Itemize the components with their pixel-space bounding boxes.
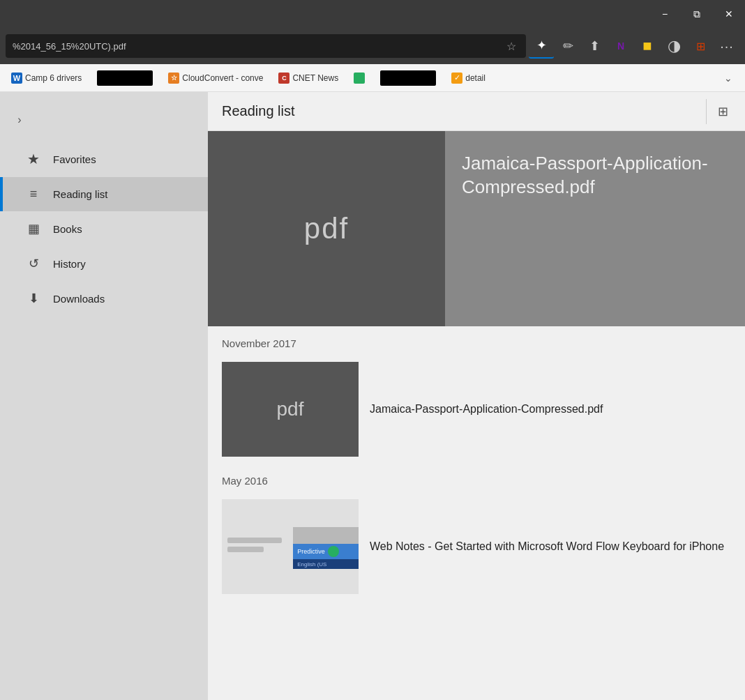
hero-reading-item[interactable]: pdf Jamaica-Passport-Application-Compres… bbox=[208, 131, 745, 326]
onenote-toolbar-icon[interactable]: N bbox=[608, 33, 633, 59]
sidebar-item-books-label: Books bbox=[53, 223, 82, 235]
bookmark-detail-label: detail bbox=[465, 73, 486, 83]
english-label: English (US bbox=[297, 561, 326, 568]
entry-title-may: Web Notes - Get Started with Microsoft W… bbox=[370, 539, 724, 554]
toolbar-icons: ✦ ✏ ⬆ N ■ ◑ ⊞ ··· bbox=[529, 33, 739, 59]
sidebar-item-reading-list-label: Reading list bbox=[53, 188, 107, 200]
bookmarks-dropdown[interactable]: ⌄ bbox=[717, 67, 739, 89]
article-line bbox=[227, 538, 282, 543]
sidebar: › ★ Favorites ≡ Reading list ▦ Books ↺ H… bbox=[0, 92, 208, 700]
pdf-thumb-label: pdf bbox=[277, 398, 304, 420]
list-item[interactable]: pdf Jamaica-Passport-Application-Compres… bbox=[208, 355, 745, 464]
sidebar-item-downloads-label: Downloads bbox=[53, 293, 105, 305]
entry-title-nov: Jamaica-Passport-Application-Compressed.… bbox=[370, 402, 603, 417]
article-line bbox=[227, 547, 264, 552]
bookmarks-bar: W Camp 6 drivers ☆ CloudConvert - conve … bbox=[0, 64, 745, 92]
sidebar-item-history[interactable]: ↺ History bbox=[0, 246, 208, 281]
share-toolbar-icon[interactable]: ⬆ bbox=[582, 33, 607, 59]
section-november-2017: November 2017 bbox=[208, 326, 745, 355]
sidebar-item-downloads[interactable]: ⬇ Downloads bbox=[0, 281, 208, 316]
header-divider bbox=[706, 99, 707, 124]
bookmark-cloudconvert[interactable]: ☆ CloudConvert - conve bbox=[163, 70, 269, 86]
hero-pdf-thumbnail: pdf bbox=[208, 131, 445, 326]
office-toolbar-icon[interactable]: ⊞ bbox=[688, 33, 713, 59]
reading-list-toolbar-icon[interactable]: ✦ bbox=[529, 33, 554, 59]
hero-item-title: Jamaica-Passport-Application-Compressed.… bbox=[462, 152, 728, 199]
minimize-button[interactable]: − bbox=[649, 0, 681, 28]
pen-toolbar-icon[interactable]: ✏ bbox=[555, 33, 580, 59]
bookmark-cloudconvert-label: CloudConvert - conve bbox=[182, 73, 263, 83]
bookmark-icon[interactable]: ☆ bbox=[504, 37, 519, 56]
books-icon: ▦ bbox=[25, 221, 42, 236]
sidebar-item-favorites-label: Favorites bbox=[53, 153, 96, 165]
titlebar: − ⧉ ✕ bbox=[0, 0, 745, 28]
section-may-2016: May 2016 bbox=[208, 464, 745, 492]
reading-panel: Reading list ⊞ pdf Jamaica-Passport-Appl… bbox=[208, 92, 745, 700]
bookmark-green[interactable] bbox=[348, 70, 370, 86]
bookmark-cnet[interactable]: C CNET News bbox=[273, 70, 344, 86]
sidebar-item-history-label: History bbox=[53, 258, 86, 270]
bookmark-black1[interactable] bbox=[91, 68, 158, 88]
bookmark-detail[interactable]: ✓ detail bbox=[446, 70, 491, 86]
history-icon: ↺ bbox=[25, 256, 42, 271]
url-text: %2014_56_15%20UTC).pdf bbox=[13, 41, 504, 52]
addressbar: %2014_56_15%20UTC).pdf ☆ ✦ ✏ ⬆ N ■ ◑ ⊞ ·… bbox=[0, 28, 745, 64]
hero-item-info: Jamaica-Passport-Application-Compressed.… bbox=[445, 131, 745, 326]
restore-button[interactable]: ⧉ bbox=[681, 0, 713, 28]
bookmark-camp6-label: Camp 6 drivers bbox=[25, 73, 82, 83]
circle-toolbar-icon[interactable]: ◑ bbox=[661, 33, 686, 59]
bookmark-black2[interactable] bbox=[375, 68, 442, 88]
sidebar-item-favorites[interactable]: ★ Favorites bbox=[0, 141, 208, 177]
bookmark-cnet-label: CNET News bbox=[292, 73, 338, 83]
article-image: Predictive English (US bbox=[293, 527, 359, 569]
sticky-toolbar-icon[interactable]: ■ bbox=[635, 33, 660, 59]
reading-list-icon: ≡ bbox=[25, 187, 42, 201]
bookmark-camp6[interactable]: W Camp 6 drivers bbox=[6, 70, 87, 86]
pin-button[interactable]: ⊞ bbox=[715, 101, 731, 122]
more-toolbar-icon[interactable]: ··· bbox=[714, 33, 739, 59]
reading-list-header: Reading list ⊞ bbox=[208, 92, 745, 131]
sidebar-item-books[interactable]: ▦ Books bbox=[0, 211, 208, 246]
downloads-icon: ⬇ bbox=[25, 291, 42, 306]
predictive-label: Predictive bbox=[297, 548, 325, 555]
pdf-thumbnail: pdf bbox=[222, 362, 359, 457]
list-item[interactable]: Predictive English (US Web Notes - Get S… bbox=[208, 492, 745, 601]
close-button[interactable]: ✕ bbox=[713, 0, 745, 28]
article-thumbnail: Predictive English (US bbox=[222, 499, 359, 594]
sidebar-expand-button[interactable]: › bbox=[6, 106, 33, 134]
reading-list-title: Reading list bbox=[222, 103, 295, 119]
address-bar-input[interactable]: %2014_56_15%20UTC).pdf ☆ bbox=[6, 34, 526, 58]
favorites-icon: ★ bbox=[25, 151, 42, 167]
article-text-lines bbox=[222, 532, 293, 561]
sidebar-item-reading-list[interactable]: ≡ Reading list bbox=[0, 177, 208, 211]
reading-list-content: pdf Jamaica-Passport-Application-Compres… bbox=[208, 131, 745, 700]
main-area: › ★ Favorites ≡ Reading list ▦ Books ↺ H… bbox=[0, 92, 745, 700]
